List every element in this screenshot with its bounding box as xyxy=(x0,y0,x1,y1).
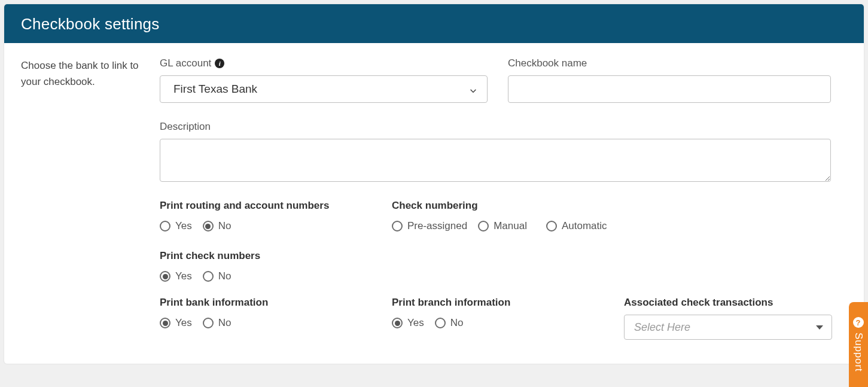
gl-account-label-text: GL account xyxy=(160,57,211,69)
print-branch-info-options: Yes No xyxy=(392,317,604,329)
print-check-numbers-no[interactable]: No xyxy=(203,270,232,282)
print-branch-yes[interactable]: Yes xyxy=(392,317,424,329)
print-bank-info-options: Yes No xyxy=(160,317,371,329)
row-print-check-numbers: Print check numbers Yes No xyxy=(160,250,847,282)
print-check-numbers-label: Print check numbers xyxy=(160,250,371,262)
description-label-text: Description xyxy=(160,121,211,133)
print-check-numbers-field: Print check numbers Yes No xyxy=(160,250,371,282)
radio-label: Manual xyxy=(494,220,527,232)
check-numbering-pre[interactable]: Pre-assigned xyxy=(392,220,467,232)
checkbook-name-label: Checkbook name xyxy=(508,57,831,69)
checkbook-name-field: Checkbook name xyxy=(508,57,831,103)
radio-label: Yes xyxy=(407,317,424,329)
radio-label: Yes xyxy=(175,317,192,329)
radio-label: Automatic xyxy=(562,220,607,232)
radio-icon xyxy=(435,318,446,328)
description-field: Description xyxy=(160,121,831,182)
description-input[interactable] xyxy=(160,139,831,182)
row-bank-branch-assoc: Print bank information Yes No Print bran xyxy=(160,297,847,340)
radio-icon xyxy=(160,271,170,282)
card-body: Choose the bank to link to your checkboo… xyxy=(4,43,864,364)
support-tab[interactable]: ? Support xyxy=(849,302,868,387)
settings-card: Checkbook settings Choose the bank to li… xyxy=(4,4,864,364)
radio-icon xyxy=(160,221,170,231)
question-icon: ? xyxy=(853,317,864,328)
radio-label: No xyxy=(450,317,464,329)
gl-account-select[interactable]: First Texas Bank xyxy=(160,75,488,103)
check-numbering-manual[interactable]: Manual xyxy=(478,220,527,232)
radio-label: Yes xyxy=(175,220,192,232)
row-description: Description xyxy=(160,121,847,182)
print-bank-info-label: Print bank information xyxy=(160,297,371,309)
checkbook-name-input[interactable] xyxy=(508,75,831,103)
print-check-numbers-options: Yes No xyxy=(160,270,371,282)
support-tab-content: ? Support xyxy=(852,317,864,372)
chevron-down-icon xyxy=(469,85,477,93)
radio-icon xyxy=(392,221,403,231)
assoc-transactions-field: Associated check transactions Select Her… xyxy=(624,297,832,340)
description-label: Description xyxy=(160,121,831,133)
radio-label: Pre-assigned xyxy=(407,220,467,232)
print-bank-no[interactable]: No xyxy=(203,317,232,329)
checkbook-name-label-text: Checkbook name xyxy=(508,57,587,69)
instruction-text: Choose the bank to link to your checkboo… xyxy=(21,57,160,340)
print-routing-yes[interactable]: Yes xyxy=(160,220,192,232)
radio-icon xyxy=(546,221,557,231)
assoc-transactions-select[interactable]: Select Here xyxy=(624,315,832,340)
radio-label: No xyxy=(218,220,232,232)
page-title: Checkbook settings xyxy=(4,4,864,43)
print-bank-info-field: Print bank information Yes No xyxy=(160,297,371,340)
row-gl-and-name: GL account i First Texas Bank Checkbook … xyxy=(160,57,847,103)
radio-label: No xyxy=(218,317,232,329)
print-bank-yes[interactable]: Yes xyxy=(160,317,192,329)
print-branch-info-label: Print branch information xyxy=(392,297,604,309)
info-icon[interactable]: i xyxy=(215,59,224,68)
form-area: GL account i First Texas Bank Checkbook … xyxy=(160,57,847,340)
radio-icon xyxy=(203,318,214,328)
gl-account-field: GL account i First Texas Bank xyxy=(160,57,488,103)
gl-account-label: GL account i xyxy=(160,57,488,69)
print-check-numbers-yes[interactable]: Yes xyxy=(160,270,192,282)
row-routing-numbering: Print routing and account numbers Yes No xyxy=(160,200,847,232)
assoc-transactions-label: Associated check transactions xyxy=(624,297,832,309)
radio-icon xyxy=(160,318,170,328)
check-numbering-field: Check numbering Pre-assigned Manual A xyxy=(392,200,613,232)
radio-icon xyxy=(203,221,214,231)
print-routing-options: Yes No xyxy=(160,220,371,232)
support-label: Support xyxy=(852,333,864,372)
radio-label: Yes xyxy=(175,270,192,282)
print-branch-info-field: Print branch information Yes No xyxy=(392,297,604,340)
check-numbering-options: Pre-assigned Manual Automatic xyxy=(392,220,613,232)
print-routing-no[interactable]: No xyxy=(203,220,232,232)
radio-label: No xyxy=(218,270,232,282)
radio-icon xyxy=(392,318,403,328)
check-numbering-auto[interactable]: Automatic xyxy=(546,220,607,232)
print-branch-no[interactable]: No xyxy=(435,317,464,329)
radio-icon xyxy=(478,221,489,231)
print-routing-field: Print routing and account numbers Yes No xyxy=(160,200,371,232)
check-numbering-label: Check numbering xyxy=(392,200,613,212)
gl-account-selected-value: First Texas Bank xyxy=(173,83,257,96)
triangle-down-icon xyxy=(816,325,823,330)
assoc-transactions-placeholder: Select Here xyxy=(634,321,690,334)
print-routing-label: Print routing and account numbers xyxy=(160,200,371,212)
radio-icon xyxy=(203,271,214,282)
